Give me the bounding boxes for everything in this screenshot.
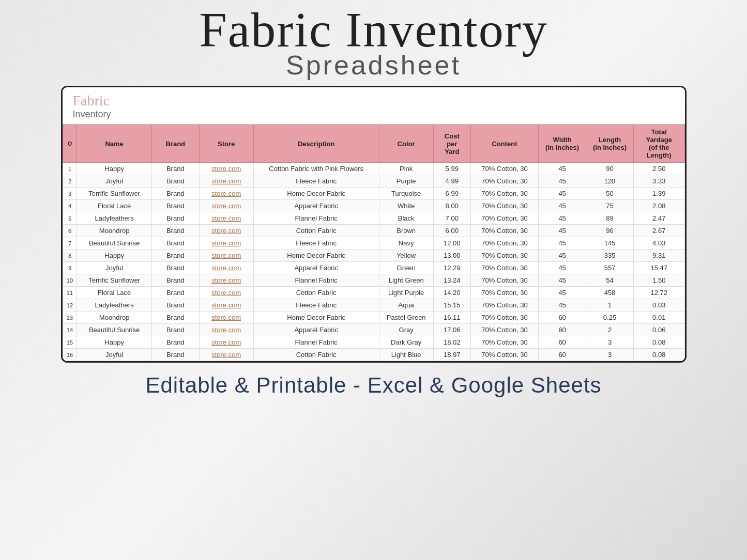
cell-store[interactable]: store.com: [199, 188, 253, 200]
cell-width: 60: [539, 349, 586, 361]
cell-num: 3: [63, 188, 77, 200]
cell-content: 70% Cotton, 30: [470, 175, 538, 188]
cell-cost: 6.00: [433, 225, 470, 237]
cell-num: 7: [63, 237, 77, 250]
cell-name: Happy: [77, 336, 151, 349]
cell-cost: 4.99: [433, 175, 470, 188]
cell-name: Ladyfeathers: [77, 299, 151, 312]
logo-area: Fabric Inventory: [63, 87, 685, 125]
header-content: Content: [470, 125, 538, 163]
cell-store[interactable]: store.com: [199, 274, 253, 287]
cell-brand: Brand: [151, 250, 199, 262]
cell-yardage: 0.06: [633, 324, 684, 336]
cell-color: Dark Gray: [379, 336, 433, 349]
table-row: 7 Beautiful Sunrise Brand store.com Flee…: [63, 237, 684, 250]
cell-brand: Brand: [151, 287, 199, 299]
table-row: 15 Happy Brand store.com Flannel Fabric …: [63, 336, 684, 349]
cell-cost: 8.00: [433, 200, 470, 212]
cell-store[interactable]: store.com: [199, 175, 253, 188]
cell-color: Light Blue: [379, 349, 433, 361]
cell-color: Black: [379, 212, 433, 225]
cell-store[interactable]: store.com: [199, 287, 253, 299]
cell-store[interactable]: store.com: [199, 163, 253, 175]
cell-color: Yellow: [379, 250, 433, 262]
cell-store[interactable]: store.com: [199, 212, 253, 225]
cell-color: Green: [379, 262, 433, 274]
cell-color: Pink: [379, 163, 433, 175]
cell-width: 45: [539, 262, 586, 274]
cell-num: 4: [63, 200, 77, 212]
cell-num: 6: [63, 225, 77, 237]
cell-content: 70% Cotton, 30: [470, 163, 538, 175]
cell-color: Pastel Green: [379, 312, 433, 324]
cell-length: 1: [586, 299, 634, 312]
cell-width: 45: [539, 163, 586, 175]
cell-cost: 18.97: [433, 349, 470, 361]
cell-yardage: 12.72: [633, 287, 684, 299]
cell-content: 70% Cotton, 30: [470, 188, 538, 200]
cell-store[interactable]: store.com: [199, 200, 253, 212]
cell-width: 60: [539, 336, 586, 349]
header-name: Name: [77, 125, 151, 163]
cell-store[interactable]: store.com: [199, 262, 253, 274]
cell-yardage: 2.47: [633, 212, 684, 225]
cell-color: Brown: [379, 225, 433, 237]
cell-length: 54: [586, 274, 634, 287]
cell-name: Terrific Sunflower: [77, 188, 151, 200]
cell-width: 45: [539, 188, 586, 200]
cell-description: Apparel Fabric: [253, 200, 379, 212]
cell-length: 2: [586, 324, 634, 336]
cell-store[interactable]: store.com: [199, 336, 253, 349]
cell-description: Flannel Fabric: [253, 336, 379, 349]
table-row: 3 Terrific Sunflower Brand store.com Hom…: [63, 188, 684, 200]
cell-num: 13: [63, 312, 77, 324]
cell-brand: Brand: [151, 336, 199, 349]
cell-yardage: 9.31: [633, 250, 684, 262]
cell-color: Gray: [379, 324, 433, 336]
cell-description: Cotton Fabric: [253, 349, 379, 361]
cell-name: Happy: [77, 250, 151, 262]
cell-description: Flannel Fabric: [253, 212, 379, 225]
cell-length: 145: [586, 237, 634, 250]
cell-name: Floral Lace: [77, 200, 151, 212]
cell-content: 70% Cotton, 30: [470, 250, 538, 262]
title-area: Fabric Inventory Spreadsheet: [0, 0, 747, 86]
cell-store[interactable]: store.com: [199, 324, 253, 336]
cell-width: 45: [539, 212, 586, 225]
cell-name: Floral Lace: [77, 287, 151, 299]
cell-color: Turquoise: [379, 188, 433, 200]
cell-store[interactable]: store.com: [199, 225, 253, 237]
cell-description: Flannel Fabric: [253, 274, 379, 287]
table-header-row: O Name Brand Store Description Color Cos…: [63, 125, 684, 163]
cell-store[interactable]: store.com: [199, 312, 253, 324]
cell-num: 9: [63, 262, 77, 274]
cell-length: 50: [586, 188, 634, 200]
cell-num: 10: [63, 274, 77, 287]
cell-store[interactable]: store.com: [199, 349, 253, 361]
cell-name: Joyful: [77, 175, 151, 188]
cell-length: 458: [586, 287, 634, 299]
cell-num: 14: [63, 324, 77, 336]
cell-description: Fleece Fabric: [253, 299, 379, 312]
table-row: 8 Happy Brand store.com Home Decor Fabri…: [63, 250, 684, 262]
cell-width: 45: [539, 287, 586, 299]
cell-store[interactable]: store.com: [199, 237, 253, 250]
cell-name: Moondrop: [77, 312, 151, 324]
cell-description: Home Decor Fabric: [253, 250, 379, 262]
cell-store[interactable]: store.com: [199, 299, 253, 312]
cell-description: Cotton Fabric with Pink Flowers: [253, 163, 379, 175]
cell-width: 45: [539, 200, 586, 212]
table-row: 6 Moondrop Brand store.com Cotton Fabric…: [63, 225, 684, 237]
cell-description: Home Decor Fabric: [253, 188, 379, 200]
cell-yardage: 0.03: [633, 299, 684, 312]
cell-content: 70% Cotton, 30: [470, 200, 538, 212]
cell-store[interactable]: store.com: [199, 250, 253, 262]
cell-width: 60: [539, 324, 586, 336]
cell-num: 2: [63, 175, 77, 188]
cell-length: 0.25: [586, 312, 634, 324]
cell-brand: Brand: [151, 188, 199, 200]
spreadsheet-container: Fabric Inventory O Name Brand Store Desc…: [61, 86, 687, 363]
cell-brand: Brand: [151, 163, 199, 175]
cell-num: 16: [63, 349, 77, 361]
cell-cost: 17.06: [433, 324, 470, 336]
